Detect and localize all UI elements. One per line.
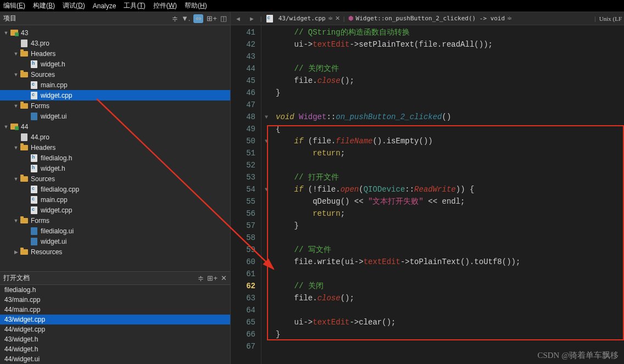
open-doc-item[interactable]: 43/main.cpp: [0, 295, 230, 305]
code-area[interactable]: // QString的构造函数自动转换 ui->textEdit->setPla…: [271, 25, 624, 364]
expand-icon[interactable]: ▼: [12, 218, 20, 223]
open-doc-item[interactable]: 43/widget.h: [0, 334, 230, 344]
tree-item[interactable]: ▼Forms: [0, 215, 230, 226]
code-line[interactable]: void Widget::on_pushButton_2_clicked(): [276, 111, 624, 123]
code-line[interactable]: // 写文件: [276, 244, 624, 256]
encoding-label[interactable]: Unix (LF: [599, 15, 622, 22]
filter-icon[interactable]: ▼.: [181, 14, 190, 23]
open-docs-list[interactable]: filedialog.h43/main.cpp44/main.cpp43/wid…: [0, 285, 230, 364]
code-line[interactable]: }: [276, 328, 624, 340]
tree-item[interactable]: 44.pro: [0, 132, 230, 142]
nav-back-icon[interactable]: ◄: [233, 15, 243, 22]
menu-item[interactable]: 帮助(H): [185, 1, 207, 10]
code-line[interactable]: if (!file.open(QIODevice::ReadWrite)) {: [276, 183, 624, 195]
code-line[interactable]: file.close();: [276, 292, 624, 304]
code-line[interactable]: }: [276, 220, 624, 232]
code-line[interactable]: [276, 51, 624, 63]
code-line[interactable]: file.close();: [276, 75, 624, 87]
tree-item[interactable]: ▼Forms: [0, 100, 230, 111]
split-icon[interactable]: ◫: [220, 14, 227, 23]
tree-item[interactable]: ▶Resources: [0, 247, 230, 257]
code-line[interactable]: [276, 268, 624, 280]
nav-fwd-icon[interactable]: ►: [247, 15, 257, 22]
menu-item[interactable]: 编辑(E): [3, 1, 25, 10]
add-icon[interactable]: ⊞+: [207, 14, 217, 23]
tree-item[interactable]: widget.h: [0, 59, 230, 69]
code-line[interactable]: // QString的构造函数自动转换: [276, 26, 624, 38]
open-doc-item[interactable]: 44/widget.cpp: [0, 324, 230, 334]
tree-item[interactable]: 43.pro: [0, 38, 230, 48]
menu-item[interactable]: 构建(B): [33, 1, 55, 10]
menu-item[interactable]: 工具(T): [124, 1, 145, 10]
add-icon[interactable]: ⊞+: [207, 274, 218, 282]
open-doc-item[interactable]: 44/widget.h: [0, 344, 230, 354]
code-line[interactable]: // 关闭文件: [276, 63, 624, 75]
tree-item[interactable]: widget.cpp: [0, 90, 230, 100]
menu-item[interactable]: Analyze: [93, 2, 116, 10]
fold-icon[interactable]: ▼: [261, 183, 271, 195]
fold-icon[interactable]: ▼: [261, 111, 271, 123]
open-doc-item[interactable]: 44/main.cpp: [0, 305, 230, 315]
code-line[interactable]: if (file.fileName().isEmpty()): [276, 135, 624, 147]
tree-item[interactable]: ▼Headers: [0, 142, 230, 153]
expand-icon[interactable]: ▼: [2, 124, 10, 130]
fold-icon[interactable]: ▼: [261, 135, 271, 147]
tree-item[interactable]: ▼Headers: [0, 48, 230, 59]
tree-item[interactable]: ▼43: [0, 27, 230, 38]
symbol-label: Widget::on_pushButton_2_clicked() -> voi…: [356, 15, 505, 22]
open-doc-item[interactable]: filedialog.h: [0, 285, 230, 295]
tree-item[interactable]: ▼Sources: [0, 173, 230, 184]
close-icon[interactable]: ✕: [221, 274, 227, 282]
fold-column[interactable]: ▼▼▼: [261, 25, 271, 364]
code-line[interactable]: [276, 99, 624, 111]
project-tree[interactable]: ▼4343.pro▼Headerswidget.h▼Sourcesmain.cp…: [0, 25, 230, 271]
fold-icon: [261, 304, 271, 316]
code-line[interactable]: ui->textEdit->setPlainText(file.readAll(…: [276, 38, 624, 51]
expand-icon[interactable]: ▼: [2, 30, 10, 36]
menu-item[interactable]: 控件(W): [153, 1, 177, 10]
tree-item[interactable]: filedialog.h: [0, 153, 230, 163]
code-line[interactable]: // 关闭: [276, 280, 624, 292]
expand-icon[interactable]: ▼: [12, 145, 20, 150]
file-tab[interactable]: 43/widget.cpp ≑ ✕: [265, 15, 340, 23]
code-line[interactable]: qDebug() << "文本打开失败" << endl;: [276, 195, 624, 208]
tree-item[interactable]: filedialog.cpp: [0, 184, 230, 194]
symbol-tab[interactable]: ⬢ Widget::on_pushButton_2_clicked() -> v…: [348, 15, 512, 22]
menu-item[interactable]: 调试(D): [63, 1, 85, 10]
tree-item[interactable]: ▼Sources: [0, 69, 230, 80]
tree-item[interactable]: filedialog.ui: [0, 226, 230, 236]
code-line[interactable]: }: [276, 87, 624, 99]
code-line[interactable]: ui->textEdit->clear();: [276, 316, 624, 328]
dropdown-icon[interactable]: ≑: [172, 14, 178, 23]
code-line[interactable]: return;: [276, 147, 624, 159]
expand-icon[interactable]: ▼: [12, 72, 20, 77]
dropdown-icon[interactable]: ≑: [198, 274, 204, 282]
close-tab-icon[interactable]: ✕: [335, 15, 340, 22]
code-line[interactable]: [276, 232, 624, 244]
folder-icon: [20, 217, 29, 225]
dropdown-icon[interactable]: ≑: [328, 15, 333, 22]
open-doc-item[interactable]: 44/widget.ui: [0, 354, 230, 364]
tree-item[interactable]: main.cpp: [0, 80, 230, 90]
code-line[interactable]: [276, 304, 624, 316]
expand-icon[interactable]: ▼: [12, 103, 20, 109]
tree-item[interactable]: widget.ui: [0, 111, 230, 121]
code-line[interactable]: file.write(ui->textEdit->toPlainText().t…: [276, 256, 624, 268]
expand-icon[interactable]: ▶: [12, 249, 20, 255]
expand-icon[interactable]: ▼: [12, 51, 20, 57]
code-line[interactable]: [276, 159, 624, 171]
tree-item[interactable]: widget.ui: [0, 236, 230, 247]
code-line[interactable]: // 打开文件: [276, 171, 624, 183]
open-doc-item[interactable]: 43/widget.cpp: [0, 315, 230, 324]
tree-item[interactable]: widget.cpp: [0, 205, 230, 215]
expand-icon[interactable]: ▼: [12, 176, 20, 182]
code-editor[interactable]: 4142434445464748495051525354555657585960…: [231, 25, 624, 364]
code-line[interactable]: return;: [276, 208, 624, 220]
tree-item[interactable]: main.cpp: [0, 194, 230, 205]
link-icon[interactable]: ⇔: [193, 14, 203, 23]
code-line[interactable]: {: [276, 123, 624, 135]
dropdown-icon[interactable]: ≑: [507, 15, 512, 22]
tree-item[interactable]: ▼44: [0, 121, 230, 132]
menubar: 编辑(E)构建(B)调试(D)Analyze工具(T)控件(W)帮助(H): [0, 0, 624, 12]
tree-item[interactable]: widget.h: [0, 163, 230, 173]
